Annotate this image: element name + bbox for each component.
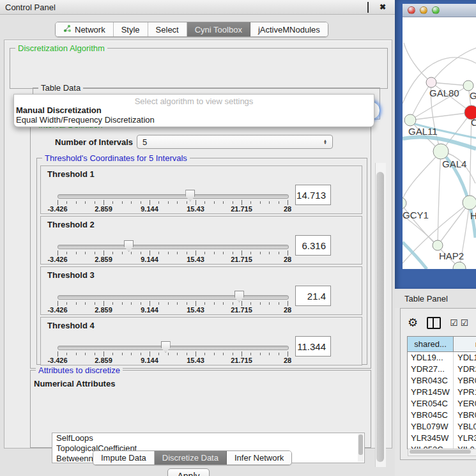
network-node-GCY1[interactable]	[403, 197, 406, 209]
table-cell[interactable]: YPR145W	[408, 387, 454, 398]
tab-network[interactable]: Network	[56, 22, 114, 36]
apply-button[interactable]: Apply	[167, 468, 210, 476]
table-cell[interactable]: YDR2	[454, 364, 476, 375]
table-cell[interactable]: YPR1	[454, 387, 476, 398]
close-icon[interactable]: ✖	[377, 3, 388, 12]
table-row[interactable]: YDL19...YDL1	[408, 352, 476, 364]
tab-select[interactable]: Select	[148, 22, 187, 36]
tick-label: 2.859	[95, 306, 112, 314]
table-cell[interactable]: YER0	[454, 398, 476, 410]
network-node-HAP2[interactable]	[433, 240, 443, 250]
network-edge[interactable]	[438, 151, 441, 245]
network-node-GA[interactable]	[463, 81, 473, 91]
tick-label: 15.43	[187, 306, 204, 314]
network-node-H[interactable]	[463, 196, 476, 210]
gear-icon[interactable]: ⚙	[408, 317, 418, 328]
num-intervals-combobox[interactable]: 5 ▲▼	[137, 135, 333, 149]
scrollbar-thumb[interactable]	[358, 434, 363, 455]
close-traffic-light[interactable]	[408, 6, 415, 14]
table-cell[interactable]: YBR045C	[408, 410, 454, 421]
table-hscrollbar-thumb[interactable]	[410, 450, 471, 454]
network-edge-thick[interactable]	[403, 242, 427, 269]
slider-ticks	[58, 250, 288, 256]
tick-mark	[168, 252, 169, 254]
network-window-titlebar[interactable]	[403, 4, 476, 17]
algorithm-option[interactable]: Equal Width/Frequency Discretization	[16, 115, 155, 125]
float-window-icon[interactable]	[365, 3, 377, 12]
table-cell[interactable]: YDR27...	[408, 364, 454, 375]
table-cell[interactable]: YDL19...	[408, 352, 454, 364]
threshold-slider-track[interactable]	[58, 346, 289, 350]
tick-mark	[95, 302, 95, 305]
zoom-traffic-light[interactable]	[432, 6, 440, 14]
threshold-slider-track[interactable]	[58, 194, 289, 199]
tick-mark	[242, 351, 242, 357]
threshold-value-input[interactable]: 6.316	[295, 235, 331, 256]
tick-mark	[141, 201, 141, 204]
threshold-value-input[interactable]: 11.344	[295, 336, 331, 357]
column-header-1[interactable]: shared...	[408, 337, 454, 351]
network-node-GAL4[interactable]	[433, 144, 449, 159]
column-header-2[interactable]: n	[454, 337, 476, 351]
tick-mark	[242, 250, 242, 256]
table-row[interactable]: YBR045CYBR0	[408, 410, 476, 421]
table-cell[interactable]: YER054C	[408, 398, 454, 410]
network-edge[interactable]	[431, 82, 468, 86]
table-row[interactable]: YDR27...YDR2	[408, 364, 476, 375]
algorithm-option[interactable]: Manual Discretization	[16, 105, 102, 115]
network-canvas[interactable]: GAL80GACGAL11GAL4GCY1HHAP2	[403, 17, 476, 269]
network-edge[interactable]	[431, 48, 476, 82]
tab-cyni-toolbox[interactable]: Cyni Toolbox	[187, 22, 250, 36]
network-node-GAL11[interactable]	[404, 114, 416, 126]
table-cell[interactable]: YLR345W	[408, 433, 454, 444]
list-scrollbar[interactable]	[358, 434, 364, 462]
table-cell[interactable]: YBL0	[454, 421, 476, 433]
tab-style[interactable]: Style	[114, 22, 148, 36]
tab-jactivemnodules[interactable]: jActiveMNodules	[250, 22, 328, 36]
network-edge[interactable]	[403, 151, 441, 203]
table-row[interactable]: YLR345WYLR3	[408, 433, 476, 444]
threshold-value-input[interactable]: 21.4	[295, 286, 331, 306]
tick-mark	[150, 200, 150, 205]
checkbox-icon[interactable]: ☑	[461, 318, 469, 327]
network-edge[interactable]	[404, 43, 431, 82]
table-hscrollbar[interactable]	[408, 449, 476, 456]
table-cell[interactable]: YBL079W	[408, 421, 454, 433]
threshold-slider-track[interactable]	[58, 245, 289, 249]
table-cell[interactable]: YLR3	[454, 433, 476, 444]
tick-mark	[150, 250, 150, 256]
mode-tab-impute-data[interactable]: Impute Data	[93, 451, 155, 464]
network-edge[interactable]	[410, 112, 472, 120]
table-cell[interactable]: YDL1	[454, 352, 476, 364]
numerical-attributes-label: Numerical Attributes	[34, 379, 115, 388]
network-node-GAL80[interactable]	[426, 77, 436, 88]
table-cell[interactable]: YBR043C	[408, 375, 454, 387]
tick-mark	[177, 302, 178, 305]
tick-mark	[196, 351, 196, 357]
network-edge[interactable]	[410, 82, 431, 120]
threshold-slider-track[interactable]	[58, 295, 289, 300]
attribute-item[interactable]: SelfLoops	[52, 433, 364, 443]
panel-scrollbar-thumb[interactable]	[376, 172, 384, 462]
mode-tab-infer-network[interactable]: Infer Network	[227, 451, 291, 464]
tab-label: Network	[75, 25, 105, 35]
node-label-HAP2: HAP2	[439, 250, 464, 261]
table-row[interactable]: YBL079WYBL0	[408, 421, 476, 433]
mode-tab-discretize-data[interactable]: Discretize Data	[155, 451, 227, 464]
tick-label: 2.859	[95, 357, 112, 364]
network-graph[interactable]: GAL80GACGAL11GAL4GCY1HHAP2	[403, 17, 476, 269]
table-row[interactable]: YER054CYER0	[408, 398, 476, 410]
checkbox-icon[interactable]: ☑	[450, 318, 458, 327]
tick-mark	[158, 353, 159, 355]
table-row[interactable]: YPR145WYPR1	[408, 387, 476, 398]
table-panel-toolbar: ⚙ ☑ ☑	[408, 313, 476, 332]
threshold-value-input[interactable]: 14.713	[295, 185, 331, 205]
table-cell[interactable]: YBR0	[454, 410, 476, 421]
table-row[interactable]: YBR043CYBR0	[408, 375, 476, 387]
tick-mark	[177, 201, 178, 204]
tick-mark	[250, 302, 251, 305]
columns-icon[interactable]	[427, 317, 441, 329]
minimize-traffic-light[interactable]	[420, 6, 427, 14]
table-cell[interactable]: YBR0	[454, 375, 476, 387]
node-attribute-table: shared...n YDL19...YDL1YDR27...YDR2YBR04…	[407, 336, 476, 449]
